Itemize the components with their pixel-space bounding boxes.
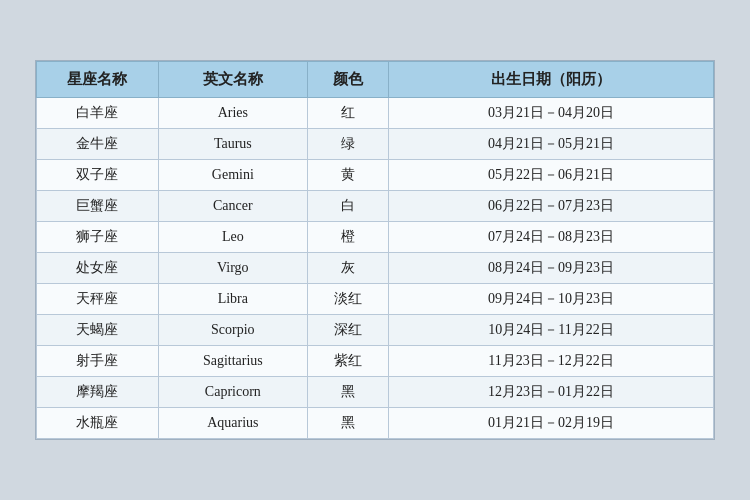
- cell-zh: 双子座: [37, 160, 159, 191]
- cell-color: 紫红: [307, 346, 388, 377]
- cell-en: Capricorn: [158, 377, 307, 408]
- cell-date: 01月21日－02月19日: [389, 408, 714, 439]
- table-row: 巨蟹座Cancer白06月22日－07月23日: [37, 191, 714, 222]
- table-row: 白羊座Aries红03月21日－04月20日: [37, 98, 714, 129]
- header-en: 英文名称: [158, 62, 307, 98]
- cell-zh: 天蝎座: [37, 315, 159, 346]
- cell-en: Cancer: [158, 191, 307, 222]
- cell-zh: 白羊座: [37, 98, 159, 129]
- header-zh: 星座名称: [37, 62, 159, 98]
- table-row: 天蝎座Scorpio深红10月24日－11月22日: [37, 315, 714, 346]
- cell-en: Sagittarius: [158, 346, 307, 377]
- cell-date: 07月24日－08月23日: [389, 222, 714, 253]
- cell-color: 绿: [307, 129, 388, 160]
- cell-zh: 巨蟹座: [37, 191, 159, 222]
- cell-color: 黑: [307, 408, 388, 439]
- cell-zh: 射手座: [37, 346, 159, 377]
- cell-color: 灰: [307, 253, 388, 284]
- table-row: 双子座Gemini黄05月22日－06月21日: [37, 160, 714, 191]
- table-header-row: 星座名称 英文名称 颜色 出生日期（阳历）: [37, 62, 714, 98]
- cell-date: 12月23日－01月22日: [389, 377, 714, 408]
- cell-en: Libra: [158, 284, 307, 315]
- cell-zh: 天秤座: [37, 284, 159, 315]
- cell-zh: 金牛座: [37, 129, 159, 160]
- cell-color: 深红: [307, 315, 388, 346]
- cell-date: 11月23日－12月22日: [389, 346, 714, 377]
- cell-en: Virgo: [158, 253, 307, 284]
- table-row: 处女座Virgo灰08月24日－09月23日: [37, 253, 714, 284]
- table-row: 金牛座Taurus绿04月21日－05月21日: [37, 129, 714, 160]
- zodiac-table-container: 星座名称 英文名称 颜色 出生日期（阳历） 白羊座Aries红03月21日－04…: [35, 60, 715, 440]
- cell-color: 淡红: [307, 284, 388, 315]
- cell-zh: 狮子座: [37, 222, 159, 253]
- cell-zh: 水瓶座: [37, 408, 159, 439]
- cell-date: 09月24日－10月23日: [389, 284, 714, 315]
- cell-en: Scorpio: [158, 315, 307, 346]
- table-row: 狮子座Leo橙07月24日－08月23日: [37, 222, 714, 253]
- cell-zh: 摩羯座: [37, 377, 159, 408]
- cell-en: Taurus: [158, 129, 307, 160]
- cell-zh: 处女座: [37, 253, 159, 284]
- cell-date: 04月21日－05月21日: [389, 129, 714, 160]
- cell-date: 10月24日－11月22日: [389, 315, 714, 346]
- header-date: 出生日期（阳历）: [389, 62, 714, 98]
- table-row: 摩羯座Capricorn黑12月23日－01月22日: [37, 377, 714, 408]
- header-color: 颜色: [307, 62, 388, 98]
- cell-en: Gemini: [158, 160, 307, 191]
- cell-color: 红: [307, 98, 388, 129]
- zodiac-table: 星座名称 英文名称 颜色 出生日期（阳历） 白羊座Aries红03月21日－04…: [36, 61, 714, 439]
- cell-color: 黑: [307, 377, 388, 408]
- table-row: 射手座Sagittarius紫红11月23日－12月22日: [37, 346, 714, 377]
- cell-color: 黄: [307, 160, 388, 191]
- cell-color: 白: [307, 191, 388, 222]
- cell-date: 05月22日－06月21日: [389, 160, 714, 191]
- cell-date: 08月24日－09月23日: [389, 253, 714, 284]
- cell-en: Aquarius: [158, 408, 307, 439]
- cell-color: 橙: [307, 222, 388, 253]
- cell-en: Leo: [158, 222, 307, 253]
- table-row: 天秤座Libra淡红09月24日－10月23日: [37, 284, 714, 315]
- table-row: 水瓶座Aquarius黑01月21日－02月19日: [37, 408, 714, 439]
- cell-date: 03月21日－04月20日: [389, 98, 714, 129]
- cell-date: 06月22日－07月23日: [389, 191, 714, 222]
- cell-en: Aries: [158, 98, 307, 129]
